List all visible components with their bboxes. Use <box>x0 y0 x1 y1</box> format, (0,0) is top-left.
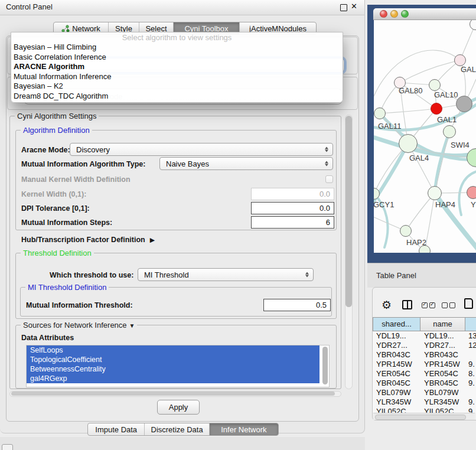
table-row[interactable]: YER054CYER054C8. <box>373 369 476 379</box>
table-row[interactable]: YBR043CYBR043C <box>373 350 476 360</box>
which-threshold-combobox[interactable]: MI Threshold <box>138 268 314 281</box>
mi-threshold-input[interactable] <box>263 299 331 311</box>
algorithm-dropdown-list: Bayesian – Hill ClimbingBasic Correlatio… <box>11 43 343 101</box>
table-row[interactable]: YLR345WYLR345W9. <box>373 397 476 407</box>
aracne-mode-value: Discovery <box>76 145 110 154</box>
attribute-item-selfloops[interactable]: SelfLoops <box>27 345 319 355</box>
sources-title[interactable]: Sources for Network Inference▼ <box>21 321 137 330</box>
columns-icon[interactable] <box>402 300 412 309</box>
manual-kernel-label: Manual Kernel Width Definition <box>21 175 131 184</box>
dpi-tolerance-label: DPI Tolerance [0,1]: <box>21 204 90 213</box>
table-panel-header: Table Panel <box>367 263 476 288</box>
dropdown-prompt: Select algorithm to view settings <box>11 32 343 43</box>
gear-icon[interactable]: ⚙ <box>382 298 392 312</box>
panel-title: Control Panel <box>6 2 53 11</box>
network-node[interactable] <box>456 96 472 112</box>
column-header-a[interactable]: A <box>465 317 476 331</box>
table-cell: 13 <box>465 331 476 341</box>
node-label-gcy1: GCY1 <box>374 200 394 209</box>
table-row[interactable]: YPR145WYPR145W9. <box>373 360 476 369</box>
table-cell: 8. <box>465 369 476 379</box>
network-node-hap2[interactable] <box>400 225 412 237</box>
zoom-traffic-light[interactable] <box>401 10 409 18</box>
table-cell: 12 <box>465 341 476 350</box>
bottom-tab-discretize-data[interactable]: Discretize Data <box>144 423 208 435</box>
stepper-icon <box>325 161 328 167</box>
threshold-definition-title: Threshold Definition <box>21 249 94 257</box>
table-cell <box>465 350 476 360</box>
table-cell: YBR045C <box>420 379 465 388</box>
algorithm-option-bayesian-hill-climbing[interactable]: Bayesian – Hill Climbing <box>11 43 343 53</box>
network-node-y[interactable] <box>467 186 476 199</box>
hub-definition-expander[interactable]: Hub/Transcription Factor Definition▶ <box>21 236 155 244</box>
mi-steps-input[interactable] <box>251 216 334 229</box>
table-cell: YER054C <box>373 369 420 379</box>
close-icon[interactable]: ✕ <box>351 2 357 11</box>
network-node-gal10[interactable] <box>429 79 441 91</box>
algorithm-option-dream8-dc-tdc-algorithm[interactable]: Dream8 DC_TDC Algorithm <box>11 92 343 102</box>
table-row[interactable]: YDL19...YDL19...13 <box>373 331 476 341</box>
unchecked-columns-icon[interactable] <box>442 302 455 308</box>
table-row[interactable]: YDR27...YDR27...12 <box>373 341 476 350</box>
table-cell: YBR043C <box>373 350 420 360</box>
table-row[interactable]: YBR045CYBR045C9. <box>373 379 476 388</box>
table-row[interactable]: YIL052CYIL052C9 <box>373 407 476 413</box>
table-panel-title: Table Panel <box>376 271 416 280</box>
table-cell: 9. <box>465 397 476 407</box>
mi-type-combobox[interactable]: Naive Bayes <box>159 157 333 170</box>
minimize-traffic-light[interactable] <box>390 10 398 18</box>
table-cell: YLR345W <box>373 397 420 407</box>
network-node-gal[interactable] <box>454 54 466 66</box>
attribute-item-topologicalcoefficient[interactable]: TopologicalCoefficient <box>27 355 319 364</box>
column-header-shared[interactable]: shared... <box>373 317 420 331</box>
algorithm-dropdown-popup: Select algorithm to view settings Bayesi… <box>11 32 343 103</box>
bottom-tab-infer-network[interactable]: Infer Network <box>209 423 278 435</box>
dpi-tolerance-input[interactable] <box>251 202 334 214</box>
manual-kernel-checkbox[interactable] <box>325 175 333 183</box>
settings-vertical-scrollbar-thumb[interactable] <box>345 116 352 307</box>
network-node-gal11[interactable] <box>374 107 386 119</box>
network-canvas[interactable]: GALGAL80GAL10GAL1GAL11SWI4GAL4GCY1HAP4YH… <box>374 20 476 253</box>
algorithm-option-basic-correlation-inference[interactable]: Basic Correlation Inference <box>11 53 343 63</box>
table-cell: YPR145W <box>373 360 420 369</box>
network-node[interactable] <box>419 245 431 253</box>
table-horizontal-scrollbar[interactable] <box>373 413 475 420</box>
algorithm-option-bayesian-k2[interactable]: Bayesian – K2 <box>11 81 343 92</box>
close-traffic-light[interactable] <box>380 10 387 18</box>
apply-button[interactable]: Apply <box>157 400 200 415</box>
bottom-tab-impute-data[interactable]: Impute Data <box>88 423 144 435</box>
table-scrollbar-thumb[interactable] <box>375 415 466 420</box>
bottom-tab-bar: Impute DataDiscretize DataInfer Network <box>87 423 279 436</box>
kernel-width-input[interactable] <box>251 188 334 200</box>
checked-columns-icon[interactable] <box>422 302 435 308</box>
collapse-arrow-icon: ▼ <box>129 322 135 329</box>
float-window-icon[interactable] <box>340 4 347 11</box>
table-row[interactable]: YBL079WYBL079W <box>373 388 476 397</box>
file-icon[interactable] <box>464 298 473 309</box>
table-cell: YBR043C <box>420 350 465 360</box>
algorithm-option-mutual-information-inference[interactable]: Mutual Information Inference <box>11 72 343 82</box>
network-node-swi4[interactable] <box>443 125 456 138</box>
table-cell: YER054C <box>420 369 465 379</box>
control-panel-titlebar: Control Panel ✕ <box>0 0 364 15</box>
data-attributes-list[interactable]: SelfLoopsTopologicalCoefficientBetweenne… <box>26 345 330 387</box>
table-cell: YDL19... <box>420 331 465 341</box>
bottom-strip <box>0 437 365 450</box>
network-node-gal1[interactable] <box>431 103 442 115</box>
attribute-item-betweennesscentrality[interactable]: BetweennessCentrality <box>27 364 319 374</box>
table-cell: YDL19... <box>373 331 420 341</box>
network-node-gal4[interactable] <box>399 134 418 153</box>
mi-threshold-label: Mutual Information Threshold: <box>26 301 133 309</box>
algorithm-option-aracne-algorithm[interactable]: ARACNE Algorithm <box>11 62 343 72</box>
attributes-scrollbar-thumb[interactable] <box>322 347 328 384</box>
settings-horizontal-scrollbar-thumb[interactable] <box>11 392 335 396</box>
network-node-hap4[interactable] <box>428 186 442 200</box>
table-rows: YDL19...YDL19...13YDR27...YDR27...12YBR0… <box>373 331 476 413</box>
aracne-mode-combobox[interactable]: Discovery <box>70 143 333 156</box>
kernel-width-label: Kernel Width (0,1): <box>21 190 86 198</box>
network-window-titlebar[interactable] <box>373 8 476 20</box>
restore-panel-icon[interactable] <box>2 444 13 450</box>
node-label-gal1: GAL1 <box>437 115 457 124</box>
attribute-item-gal4rgexp[interactable]: gal4RGexp <box>27 374 319 383</box>
column-header-name[interactable]: name <box>420 317 465 331</box>
